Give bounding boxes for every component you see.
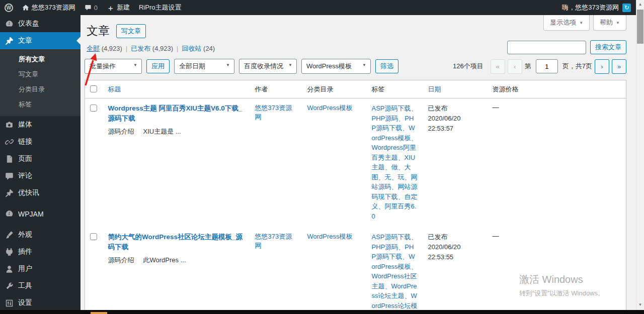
- site-name: 悠悠373资源网: [32, 3, 75, 12]
- table-header-row: 标题 作者 分类目录 标签 日期 资源价格: [85, 80, 626, 98]
- sidebar-item-label: 插件: [18, 247, 32, 256]
- sidebar-item-posts[interactable]: 文章: [0, 32, 80, 49]
- sidebar-item-comments[interactable]: 评论: [0, 167, 80, 184]
- help-label: 帮助: [600, 18, 613, 27]
- category-link[interactable]: WordPress模板: [307, 233, 353, 240]
- gauge-icon: [5, 20, 14, 28]
- view-all-count: (4,923): [102, 45, 122, 52]
- bulk-actions-select[interactable]: 批量操作 ▼: [85, 59, 142, 74]
- post-time: 22:53:57: [428, 124, 482, 134]
- chevron-down-icon: ▼: [362, 63, 366, 67]
- submenu-categories[interactable]: 分类目录: [0, 82, 80, 97]
- sidebar-item-users[interactable]: 用户: [0, 260, 80, 277]
- view-trash-link[interactable]: 回收站: [182, 45, 201, 52]
- sidebar-item-label: 设置: [18, 298, 32, 307]
- sidebar-item-plugins[interactable]: 插件: [0, 243, 80, 260]
- comments-menu[interactable]: 0: [80, 0, 102, 15]
- my-account-menu[interactable]: 嗨，悠悠373资源网 ↻: [562, 3, 636, 12]
- column-header-tags: 标签: [367, 80, 423, 98]
- post-date: 2020/06/20: [428, 114, 482, 124]
- post-excerpt: 源码介绍此WordPres ...: [108, 256, 245, 265]
- filter-button[interactable]: 筛选: [375, 59, 398, 73]
- brush-icon: [5, 231, 14, 239]
- tags-links[interactable]: ASP源码下载、PHP源码、PHP源码下载、WordPress模板、WordPr…: [372, 233, 418, 314]
- category-filter-select[interactable]: WordPress模板 ▼: [301, 59, 371, 74]
- sidebar-item-media[interactable]: 媒体: [0, 116, 80, 133]
- help-button[interactable]: 帮助 ▼: [593, 15, 626, 31]
- dates-filter-label: 全部日期: [179, 62, 205, 70]
- sidebar-item-pages[interactable]: 页面: [0, 150, 80, 167]
- ripro-theme-settings-menu[interactable]: RiPro主题设置: [134, 0, 186, 15]
- chevron-down-icon: ▼: [133, 63, 137, 67]
- new-content-menu[interactable]: ＋ 新建: [102, 0, 134, 15]
- price-value: —: [488, 227, 626, 314]
- sidebar-item-tools[interactable]: 工具: [0, 277, 80, 294]
- sidebar-item-dashboard[interactable]: 仪表盘: [0, 15, 80, 32]
- last-page-button[interactable]: »: [612, 59, 626, 74]
- submenu-all-posts[interactable]: 所有文章: [0, 52, 80, 67]
- post-title-link[interactable]: 简约大气的WordPress社区论坛主题模板_源码下载: [108, 232, 245, 252]
- sidebar-item-youkuaixun[interactable]: 优快讯: [0, 184, 80, 201]
- howdy-text: 嗨，悠悠373资源网: [562, 3, 619, 12]
- submenu-add-post[interactable]: 写文章: [0, 67, 80, 82]
- sidebar-item-wpjam[interactable]: WPJAM: [0, 205, 80, 222]
- search-input[interactable]: [507, 41, 586, 54]
- sidebar-item-label: 评论: [18, 171, 32, 180]
- sliders-icon: [5, 299, 14, 307]
- table-row: 简约大气的WordPress社区论坛主题模板_源码下载 源码介绍此WordPre…: [85, 227, 626, 314]
- column-header-title[interactable]: 标题: [103, 80, 250, 98]
- pushpin-icon: [5, 189, 14, 197]
- page-title: 文章: [87, 23, 110, 39]
- scrollbar-thumb[interactable]: [637, 10, 643, 44]
- column-header-price: 资源价格: [488, 80, 626, 98]
- view-published-link[interactable]: 已发布: [131, 45, 150, 52]
- apply-button[interactable]: 应用: [146, 59, 170, 73]
- author-link[interactable]: 悠悠373资源网: [255, 233, 292, 249]
- next-page-button[interactable]: ›: [595, 59, 609, 74]
- search-posts-button[interactable]: 搜索文章: [590, 40, 626, 54]
- posts-table: 标题 作者 分类目录 标签 日期 资源价格 Wordpress主题 阿里百秀XI…: [85, 80, 626, 314]
- select-all-checkbox[interactable]: [90, 85, 97, 92]
- first-page-button[interactable]: «: [491, 59, 505, 74]
- sidebar-item-label: 链接: [18, 137, 32, 146]
- post-title-link[interactable]: Wordpress主题 阿里百秀XIU主题V6.0下载_源码下载: [108, 103, 245, 123]
- chevron-down-icon: ▼: [579, 21, 583, 25]
- wrench-icon: [5, 282, 14, 290]
- sidebar-item-settings[interactable]: 设置: [0, 294, 80, 311]
- scroll-up-icon[interactable]: ▲: [636, 2, 644, 7]
- wp-logo-menu[interactable]: W: [0, 0, 18, 15]
- author-link[interactable]: 悠悠373资源网: [255, 104, 292, 121]
- post-status: 已发布: [428, 232, 482, 242]
- prev-page-button[interactable]: ‹: [508, 59, 522, 74]
- sidebar-item-label: 工具: [18, 281, 32, 290]
- screen-options-button[interactable]: 显示选项 ▼: [543, 15, 590, 31]
- admin-sidebar: 仪表盘 文章 所有文章 写文章 分类目录 标签 媒体 链接 页面 评论: [0, 15, 80, 314]
- row-checkbox[interactable]: [90, 104, 97, 112]
- scroll-down-icon[interactable]: ▼: [636, 302, 644, 307]
- submenu-tags[interactable]: 标签: [0, 97, 80, 112]
- taskbar-accent: [91, 312, 107, 314]
- view-all-link[interactable]: 全部: [87, 45, 100, 52]
- baidu-index-select[interactable]: 百度收录情况 ▼: [239, 59, 297, 74]
- sidebar-item-links[interactable]: 链接: [0, 133, 80, 150]
- site-name-menu[interactable]: 悠悠373资源网: [18, 0, 80, 15]
- chevron-down-icon: ▼: [226, 63, 230, 67]
- current-page-input[interactable]: [536, 59, 558, 73]
- table-nav: 批量操作 ▼ 应用 全部日期 ▼ 百度收录情况 ▼ WordPress模板 ▼ …: [85, 59, 626, 74]
- items-count: 126个项目: [453, 62, 484, 71]
- filters-bar: 批量操作 ▼ 应用 全部日期 ▼ 百度收录情况 ▼ WordPress模板 ▼ …: [85, 59, 398, 74]
- category-link[interactable]: WordPress模板: [307, 104, 353, 112]
- view-trash-count: (24): [203, 45, 215, 52]
- tags-links[interactable]: ASP源码下载、PHP源码、PHP源码下载、WordPress模板、Wordpr…: [372, 104, 418, 220]
- column-header-date[interactable]: 日期: [423, 80, 488, 98]
- sidebar-item-appearance[interactable]: 外观: [0, 226, 80, 243]
- row-checkbox[interactable]: [90, 233, 97, 240]
- posts-submenu: 所有文章 写文章 分类目录 标签: [0, 49, 80, 116]
- dates-filter-select[interactable]: 全部日期 ▼: [174, 59, 234, 74]
- new-label: 新建: [117, 3, 130, 12]
- browser-scrollbar[interactable]: ▲ ▼: [636, 0, 644, 314]
- category-filter-label: WordPress模板: [306, 62, 352, 70]
- add-new-post-button[interactable]: 写文章: [116, 24, 146, 38]
- avatar: ↻: [622, 4, 631, 12]
- comment-icon: [85, 4, 92, 11]
